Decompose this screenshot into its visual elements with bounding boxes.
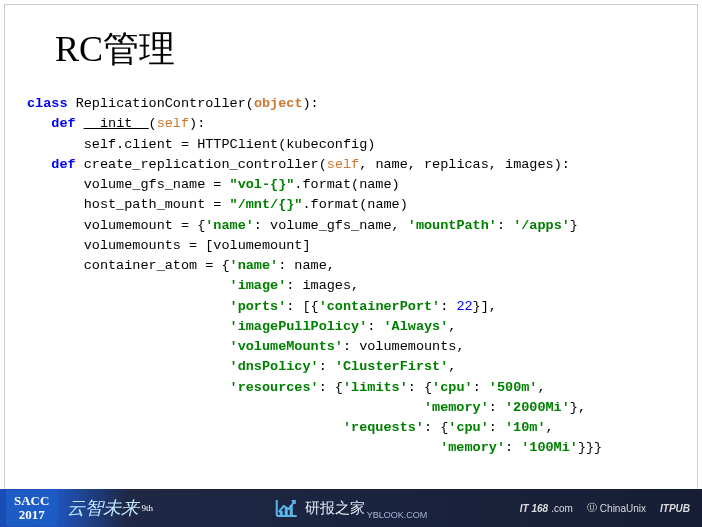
footer-center-logo: 研报之家 YBLOOK.COM bbox=[275, 496, 428, 520]
code-text: volumemount = { bbox=[84, 218, 206, 233]
dict-key: 'containerPort' bbox=[319, 299, 441, 314]
code-text: }, bbox=[570, 400, 586, 415]
code-text: : bbox=[497, 218, 513, 233]
keyword-object: object bbox=[254, 96, 303, 111]
dict-key: 'dnsPolicy' bbox=[230, 359, 319, 374]
code-text: : bbox=[489, 420, 505, 435]
code-text: : bbox=[505, 440, 521, 455]
slide-container: RC管理 class ReplicationController(object)… bbox=[4, 4, 698, 523]
init-method: __init__ bbox=[84, 116, 149, 131]
dict-key: 'mountPath' bbox=[408, 218, 497, 233]
footer-th: 9th bbox=[141, 503, 153, 513]
code-text: : volume_gfs_name, bbox=[254, 218, 408, 233]
string-literal: '500m' bbox=[489, 380, 538, 395]
init-body: self.client = HTTPClient(kubeconfig) bbox=[84, 137, 376, 152]
dict-key: 'memory' bbox=[424, 400, 489, 415]
dict-key: 'cpu' bbox=[448, 420, 489, 435]
dict-key: 'cpu' bbox=[432, 380, 473, 395]
dict-key: 'name' bbox=[230, 258, 279, 273]
string-literal: 'ClusterFirst' bbox=[335, 359, 448, 374]
it168-logo: IT 168.com bbox=[520, 503, 573, 514]
string-literal: '100Mi' bbox=[521, 440, 578, 455]
footer-bar: SACC 2017 云智未来 9th 研报之家 YBLOOK.COM IT 16… bbox=[0, 489, 702, 527]
keyword-def: def bbox=[51, 157, 75, 172]
code-text: } bbox=[570, 218, 578, 233]
footer-right-logos: IT 168.com Ⓤ ChinaUnix ITPUB bbox=[520, 501, 690, 515]
itpub-logo: ITPUB bbox=[660, 503, 690, 514]
code-text: volumemounts = [volumemount] bbox=[84, 238, 311, 253]
footer-center-text: 研报之家 bbox=[305, 499, 365, 518]
code-text: : { bbox=[408, 380, 432, 395]
dict-key: 'requests' bbox=[343, 420, 424, 435]
code-text: : { bbox=[424, 420, 448, 435]
code-text: : volumemounts, bbox=[343, 339, 465, 354]
chinaunix-logo: Ⓤ ChinaUnix bbox=[587, 501, 646, 515]
code-text: : bbox=[440, 299, 456, 314]
code-text: , bbox=[546, 420, 554, 435]
it168-suffix: .com bbox=[551, 503, 573, 514]
dict-key: 'image' bbox=[230, 278, 287, 293]
dict-key: 'limits' bbox=[343, 380, 408, 395]
number-literal: 22 bbox=[456, 299, 472, 314]
param-self: self bbox=[157, 116, 189, 131]
code-text: , bbox=[537, 380, 545, 395]
string-literal: 'Always' bbox=[383, 319, 448, 334]
dict-key: 'imagePullPolicy' bbox=[230, 319, 368, 334]
svg-rect-1 bbox=[285, 508, 288, 516]
string-literal: "vol-{}" bbox=[230, 177, 295, 192]
it168-text: IT 168 bbox=[520, 503, 548, 514]
code-text: , bbox=[448, 319, 456, 334]
func-name: create_replication_controller bbox=[84, 157, 319, 172]
dict-key: 'volumeMounts' bbox=[230, 339, 343, 354]
chart-icon bbox=[275, 498, 299, 518]
sacc-year: 2017 bbox=[14, 508, 49, 522]
code-text: volume_gfs_name = bbox=[84, 177, 230, 192]
string-literal: "/mnt/{}" bbox=[230, 197, 303, 212]
code-text: : { bbox=[319, 380, 343, 395]
code-text: : images, bbox=[286, 278, 359, 293]
param-self: self bbox=[327, 157, 359, 172]
dict-key: 'name' bbox=[205, 218, 254, 233]
code-text: : name, bbox=[278, 258, 335, 273]
string-literal: '2000Mi' bbox=[505, 400, 570, 415]
code-text: }}} bbox=[578, 440, 602, 455]
code-text: : bbox=[319, 359, 335, 374]
chinaunix-text: ChinaUnix bbox=[600, 503, 646, 514]
svg-rect-2 bbox=[290, 505, 293, 516]
code-text: , bbox=[448, 359, 456, 374]
code-text: : bbox=[489, 400, 505, 415]
code-text: : bbox=[473, 380, 489, 395]
code-text: }], bbox=[473, 299, 497, 314]
svg-rect-0 bbox=[280, 511, 283, 516]
dict-key: 'resources' bbox=[230, 380, 319, 395]
keyword-class: class bbox=[27, 96, 68, 111]
footer-chinese-text: 云智未来 bbox=[67, 496, 139, 520]
class-name: ReplicationController bbox=[76, 96, 246, 111]
code-text: .format(name) bbox=[302, 197, 407, 212]
dict-key: 'memory' bbox=[440, 440, 505, 455]
dict-key: 'ports' bbox=[230, 299, 287, 314]
slide-title: RC管理 bbox=[5, 5, 697, 74]
string-literal: '10m' bbox=[505, 420, 546, 435]
keyword-def: def bbox=[51, 116, 75, 131]
string-literal: '/apps' bbox=[513, 218, 570, 233]
func-params: , name, replicas, images bbox=[359, 157, 553, 172]
sacc-logo: SACC 2017 bbox=[6, 490, 57, 527]
code-text: container_atom = { bbox=[84, 258, 230, 273]
code-text: host_path_mount = bbox=[84, 197, 230, 212]
footer-center-sub: YBLOOK.COM bbox=[367, 510, 428, 520]
code-block: class ReplicationController(object): def… bbox=[5, 74, 697, 459]
code-text: : bbox=[367, 319, 383, 334]
sacc-text: SACC bbox=[14, 494, 49, 508]
code-text: .format(name) bbox=[294, 177, 399, 192]
code-text: : [{ bbox=[286, 299, 318, 314]
